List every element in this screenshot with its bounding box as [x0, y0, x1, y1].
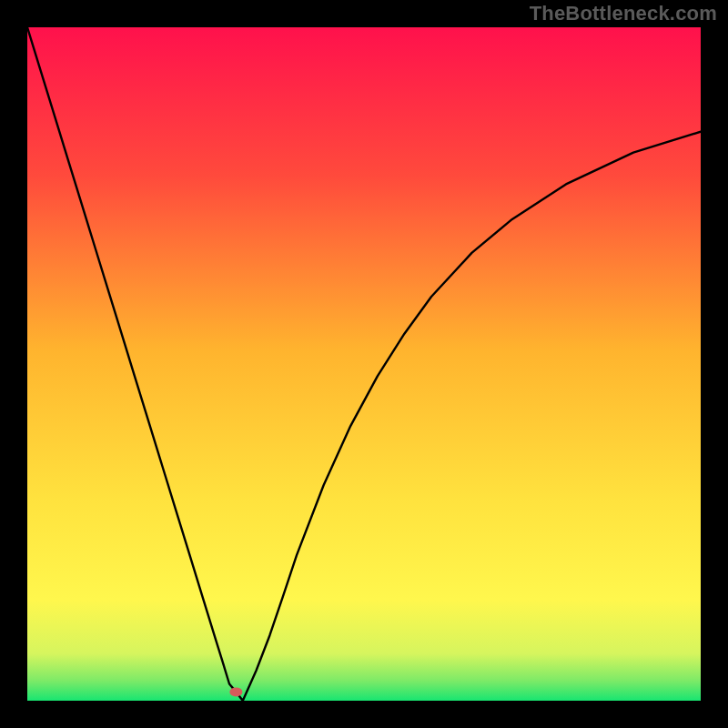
chart-svg: [27, 27, 701, 701]
gradient-background: [27, 27, 701, 701]
minimum-marker: [229, 687, 242, 696]
watermark-label: TheBottleneck.com: [530, 2, 717, 25]
plot-area: [27, 27, 701, 701]
chart-frame: TheBottleneck.com: [0, 0, 728, 728]
